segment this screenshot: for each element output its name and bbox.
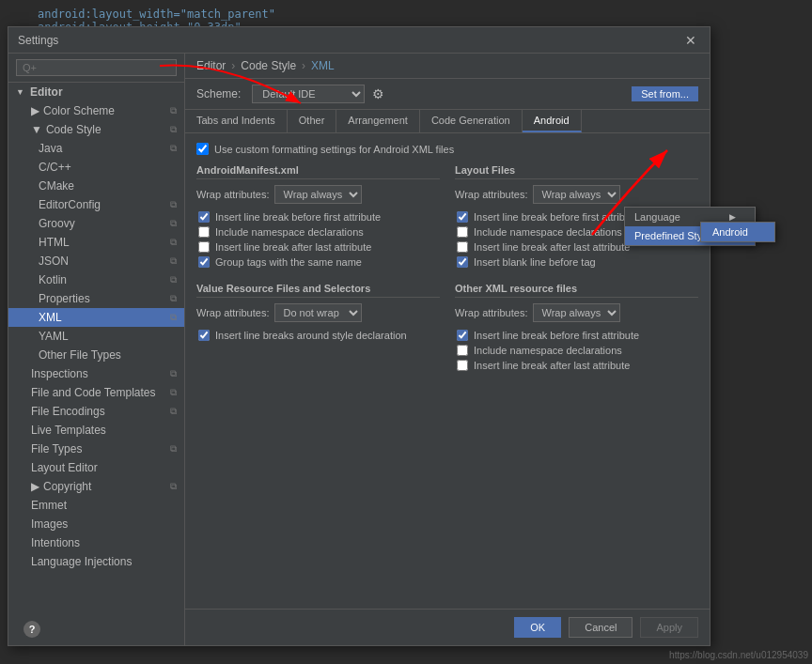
scheme-row: Scheme: Default IDE ⚙ Set from... <box>185 79 710 110</box>
breadcrumb-sep1: › <box>231 59 235 72</box>
value-resource-wrap-select[interactable]: Wrap always Do not wrap Wrap if long <box>274 303 362 322</box>
search-input[interactable] <box>16 59 177 76</box>
dropdown-predefined-label: Predefined Style <box>634 230 710 241</box>
am-checkbox4[interactable] <box>198 256 210 268</box>
breadcrumb-editor: Editor <box>196 59 226 72</box>
lf-checkbox1[interactable] <box>457 211 468 223</box>
android-manifest-section: AndroidManifest.xml Wrap attributes: Wra… <box>196 164 440 271</box>
sidebar-label: Layout Editor <box>31 461 98 474</box>
sidebar-item-editorconfig[interactable]: EditorConfig⧉ <box>8 195 184 214</box>
help-button[interactable]: ? <box>23 621 40 638</box>
layout-files-wrap-row: Wrap attributes: Wrap always Do not wrap… <box>455 185 698 204</box>
sidebar-item-emmet[interactable]: Emmet <box>8 496 184 515</box>
am-checkbox3[interactable] <box>198 241 210 253</box>
sidebar-item-html[interactable]: HTML⧉ <box>8 233 184 252</box>
ox-label2: Include namespace declarations <box>474 345 622 356</box>
cancel-button[interactable]: Cancel <box>569 617 632 638</box>
sidebar-item-images[interactable]: Images <box>8 515 184 533</box>
sidebar-item-json[interactable]: JSON⧉ <box>8 252 184 270</box>
use-custom-checkbox[interactable] <box>196 143 209 155</box>
apply-button[interactable]: Apply <box>640 617 698 638</box>
tab-tabs-and-indents[interactable]: Tabs and Indents <box>185 110 288 132</box>
am-cb4: Group tags with the same name <box>196 256 440 268</box>
bottom-sections-row: Value Resource Files and Selectors Wrap … <box>196 283 698 375</box>
sidebar-item-code-style[interactable]: ▼Code Style⧉ <box>8 120 184 139</box>
other-xml-section: Other XML resource files Wrap attributes… <box>455 283 698 375</box>
sidebar-item-copyright[interactable]: ▶Copyright⧉ <box>8 477 184 496</box>
breadcrumb: Editor › Code Style › XML <box>185 54 710 79</box>
sidebar-item-language-injections[interactable]: Language Injections <box>8 552 184 571</box>
sub-dropdown-android[interactable]: Android <box>701 223 774 241</box>
copy-icon: ⧉ <box>170 218 177 229</box>
sidebar-item-kotlin[interactable]: Kotlin⧉ <box>8 270 184 289</box>
lf-label1: Insert line break before first attribute <box>474 211 639 223</box>
am-cb1: Insert line break before first attribute <box>196 211 440 223</box>
lf-label4: Insert blank line before tag <box>474 256 596 268</box>
sidebar-label: Language Injections <box>31 555 132 568</box>
am-label1: Insert line break before first attribute <box>215 211 381 223</box>
copy-icon: ⧉ <box>170 237 177 248</box>
sidebar-item-c/c++[interactable]: C/C++ <box>8 158 184 177</box>
layout-files-wrap-select[interactable]: Wrap always Do not wrap Wrap if long <box>533 185 620 204</box>
sidebar-item-other-file-types[interactable]: Other File Types <box>8 346 184 364</box>
scheme-select[interactable]: Default IDE <box>252 85 365 103</box>
tab-android[interactable]: Android <box>523 110 582 132</box>
sidebar-label: CMake <box>39 179 74 193</box>
dropdown-language-label: Language <box>634 211 680 223</box>
settings-dialog: Settings ✕ ▼Editor▶Color Scheme⧉▼Code St… <box>8 26 710 646</box>
use-custom-row: Use custom formatting settings for Andro… <box>196 143 698 155</box>
lf-checkbox4[interactable] <box>457 256 468 268</box>
tab-other[interactable]: Other <box>288 110 337 132</box>
set-from-button[interactable]: Set from... <box>632 86 698 101</box>
sidebar-label: YAML <box>39 330 69 343</box>
sidebar-item-file-and-code-templates[interactable]: File and Code Templates⧉ <box>8 383 184 402</box>
close-button[interactable]: ✕ <box>681 33 700 48</box>
sidebar-item-file-encodings[interactable]: File Encodings⧉ <box>8 402 184 421</box>
sidebar-label: File and Code Templates <box>31 386 156 399</box>
vr-label1: Insert line breaks around style declarat… <box>215 330 407 341</box>
sidebar-item-groovy[interactable]: Groovy⧉ <box>8 214 184 233</box>
sidebar-item-live-templates[interactable]: Live Templates <box>8 421 184 440</box>
ox-checkbox2[interactable] <box>457 345 468 356</box>
sidebar-item-layout-editor[interactable]: Layout Editor <box>8 458 184 477</box>
sidebar-label: Groovy <box>39 217 75 230</box>
sidebar-label: Inspections <box>31 367 88 380</box>
copy-icon: ⧉ <box>170 443 177 455</box>
gear-icon[interactable]: ⚙ <box>372 86 384 101</box>
sidebar-item-file-types[interactable]: File Types⧉ <box>8 440 184 458</box>
sidebar-item-properties[interactable]: Properties⧉ <box>8 289 184 308</box>
ok-button[interactable]: OK <box>514 617 561 638</box>
sidebar-label: Java <box>39 142 62 155</box>
ox-checkbox1[interactable] <box>457 330 468 341</box>
sidebar-item-cmake[interactable]: CMake <box>8 177 184 195</box>
sidebar: ▼Editor▶Color Scheme⧉▼Code Style⧉Java⧉C/… <box>8 54 185 645</box>
ox-checkbox3[interactable] <box>457 360 468 371</box>
lf-checkbox3[interactable] <box>457 241 468 253</box>
sidebar-item-inspections[interactable]: Inspections⧉ <box>8 364 184 383</box>
other-xml-wrap-select[interactable]: Wrap always Do not wrap Wrap if long <box>533 303 620 322</box>
sidebar-label: Images <box>31 517 68 531</box>
sidebar-item-editor[interactable]: ▼Editor <box>8 83 184 101</box>
copy-icon: ⧉ <box>170 387 177 398</box>
tab-code-generation[interactable]: Code Generation <box>420 110 523 132</box>
am-checkbox2[interactable] <box>198 226 210 238</box>
am-label3: Insert line break after last attribute <box>215 241 371 253</box>
ox-cb1: Insert line break before first attribute <box>455 330 698 341</box>
sidebar-item-color-scheme[interactable]: ▶Color Scheme⧉ <box>8 101 184 120</box>
tab-arrangement[interactable]: Arrangement <box>336 110 420 132</box>
sidebar-item-java[interactable]: Java⧉ <box>8 139 184 158</box>
sidebar-item-yaml[interactable]: YAML <box>8 327 184 346</box>
copy-icon: ⧉ <box>170 312 177 323</box>
lf-label3: Insert line break after last attribute <box>474 241 630 253</box>
vr-checkbox1[interactable] <box>198 330 210 341</box>
lf-checkbox2[interactable] <box>457 226 468 238</box>
dialog-footer: OK Cancel Apply <box>185 609 710 645</box>
layout-files-title: Layout Files <box>455 164 698 179</box>
android-manifest-wrap-select[interactable]: Wrap always Do not wrap Wrap if long <box>274 185 362 204</box>
sidebar-search-container <box>8 54 184 83</box>
sidebar-item-intentions[interactable]: Intentions <box>8 533 184 552</box>
sidebar-item-xml[interactable]: XML⧉ <box>8 308 184 327</box>
am-checkbox1[interactable] <box>198 211 210 223</box>
content-area: Use custom formatting settings for Andro… <box>185 133 710 609</box>
sidebar-label: Copyright <box>43 480 91 493</box>
